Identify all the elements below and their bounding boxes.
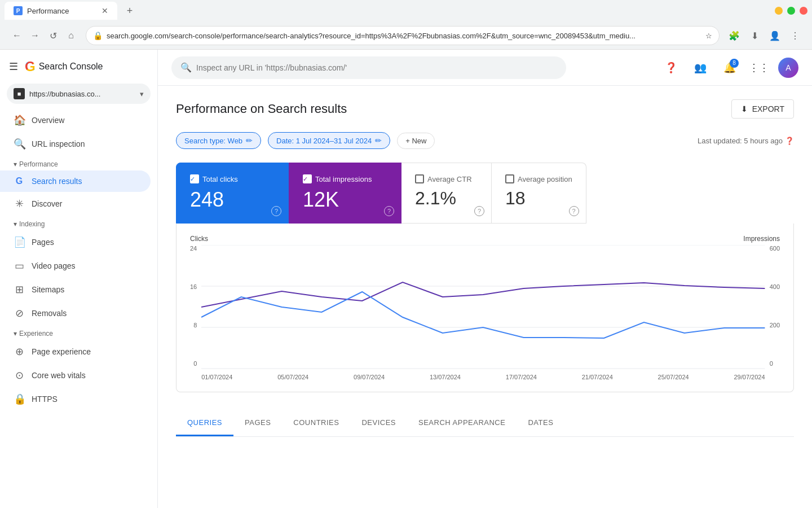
chevron-down-icon: ▾ [140, 90, 144, 98]
downloads-button[interactable]: ⬇ [747, 28, 762, 43]
sidebar-item-url-inspection[interactable]: 🔍 URL inspection [0, 132, 151, 156]
minimize-button[interactable] [775, 7, 783, 15]
clicks-value: 248 [190, 188, 275, 212]
new-tab-button[interactable]: + [122, 3, 138, 19]
new-filter-label: + New [405, 137, 426, 145]
content-area: Performance on Search results ⬇ EXPORT S… [158, 86, 812, 450]
clicks-label: Total clicks [202, 175, 238, 183]
property-label: https://bubnasias.co... [29, 90, 100, 98]
ctr-help-icon[interactable]: ? [474, 206, 484, 216]
sidebar-item-search-results[interactable]: G Search results [0, 170, 151, 192]
sidebar-item-video-pages[interactable]: ▭ Video pages [0, 254, 151, 278]
sidebar-item-core-web-vitals[interactable]: ⊙ Core web vitals [0, 364, 151, 387]
ctr-metric-card[interactable]: Average CTR 2.1% ? [401, 163, 492, 224]
home-button[interactable]: ⌂ [63, 28, 79, 43]
google-g-icon: G [14, 176, 25, 186]
indexing-section-label: Indexing [19, 220, 45, 228]
property-selector[interactable]: ■ https://bubnasias.co... ▾ [7, 84, 151, 104]
indexing-section-header[interactable]: ▾ Indexing [0, 216, 157, 230]
impressions-checkbox[interactable]: ✓ [303, 174, 312, 183]
clicks-metric-card[interactable]: ✓ Total clicks 248 ? [176, 163, 289, 224]
last-updated: Last updated: 5 hours ago ❓ [698, 137, 794, 145]
notification-badge: 8 [730, 59, 739, 68]
tab-countries[interactable]: COUNTRIES [282, 410, 350, 436]
address-actions: ☆ [705, 32, 712, 40]
clicks-label-row: ✓ Total clicks [190, 174, 275, 183]
position-help-icon[interactable]: ? [569, 206, 579, 216]
sidebar-item-overview[interactable]: 🏠 Overview [0, 108, 151, 132]
tab-search-appearance[interactable]: SEARCH APPEARANCE [407, 410, 517, 436]
home-icon: 🏠 [14, 114, 25, 126]
title-bar: P Performance ✕ + [0, 0, 812, 21]
sitemaps-icon: ⊞ [14, 283, 25, 296]
performance-section-header[interactable]: ▾ Performance [0, 156, 157, 170]
sidebar-item-pages[interactable]: 📄 Pages [0, 230, 151, 254]
impressions-help-icon[interactable]: ? [384, 206, 394, 216]
date-range-filter[interactable]: Date: 1 Jul 2024–31 Jul 2024 ✏ [268, 132, 390, 149]
sidebar-item-discover[interactable]: ✳ Discover [0, 192, 151, 216]
toolbar-actions: 🧩 ⬇ 👤 ⋮ [726, 28, 803, 43]
x-label-5: 17/07/2024 [506, 374, 537, 380]
x-label-6: 21/07/2024 [582, 374, 613, 380]
star-icon[interactable]: ☆ [705, 32, 712, 40]
refresh-button[interactable]: ↺ [45, 28, 61, 43]
overview-label: Overview [32, 116, 64, 125]
sitemaps-label: Sitemaps [32, 285, 64, 294]
url-search-input[interactable] [196, 63, 557, 72]
help-button[interactable]: ❓ [661, 58, 681, 78]
y-right-max: 600 [770, 245, 780, 252]
sidebar-item-removals[interactable]: ⊘ Removals [0, 301, 151, 325]
export-icon: ⬇ [741, 104, 748, 113]
forward-button[interactable]: → [27, 28, 43, 43]
users-button[interactable]: 👥 [690, 58, 710, 78]
position-metric-card[interactable]: Average position 18 ? [492, 163, 586, 224]
close-button[interactable] [800, 7, 807, 15]
maximize-button[interactable] [787, 7, 795, 15]
ctr-checkbox[interactable] [415, 174, 424, 183]
extensions-button[interactable]: 🧩 [726, 28, 742, 43]
clicks-help-icon[interactable]: ? [271, 206, 281, 216]
window-controls [775, 7, 807, 15]
browser-tab[interactable]: P Performance ✕ [5, 2, 117, 20]
notifications-button[interactable]: 🔔 8 [720, 58, 740, 78]
x-label-2: 05/07/2024 [277, 374, 308, 380]
tab-pages[interactable]: PAGES [233, 410, 282, 436]
experience-section-header[interactable]: ▾ Experience [0, 325, 157, 340]
sidebar-item-page-experience[interactable]: ⊕ Page experience [0, 340, 151, 364]
hamburger-menu-icon[interactable]: ☰ [9, 60, 18, 73]
profile-button[interactable]: 👤 [767, 28, 783, 43]
clicks-checkbox[interactable]: ✓ [190, 174, 199, 183]
address-bar[interactable]: 🔒 search.google.com/search-console/perfo… [86, 26, 720, 45]
position-checkbox[interactable] [505, 174, 514, 183]
video-pages-label: Video pages [32, 261, 76, 270]
impressions-chart-label: Impressions [743, 235, 780, 243]
discover-label: Discover [32, 199, 62, 208]
search-icon: 🔍 [14, 138, 25, 150]
search-type-filter[interactable]: Search type: Web ✏ [176, 132, 261, 149]
user-avatar[interactable]: A [778, 58, 798, 78]
sidebar: ☰ G Search Console ■ https://bubnasias.c… [0, 50, 158, 508]
menu-button[interactable]: ⋮ [787, 28, 803, 43]
pages-label: Pages [32, 238, 54, 247]
url-search-box[interactable]: 🔍 [171, 56, 566, 79]
back-button[interactable]: ← [9, 28, 25, 43]
gsc-logo: G Search Console [25, 59, 103, 75]
tab-queries[interactable]: QUERIES [176, 410, 233, 436]
y-right-mid-high: 400 [770, 283, 780, 290]
last-updated-help-icon[interactable]: ❓ [785, 137, 794, 145]
ctr-label-row: Average CTR [415, 174, 478, 183]
tab-dates[interactable]: DATES [517, 410, 564, 436]
date-range-label: Date: 1 Jul 2024–31 Jul 2024 [276, 137, 372, 145]
tab-close-button[interactable]: ✕ [102, 6, 108, 15]
impressions-value: 12K [303, 188, 387, 212]
ctr-value: 2.1% [415, 188, 478, 209]
impressions-metric-card[interactable]: ✓ Total impressions 12K ? [289, 163, 401, 224]
sidebar-item-https[interactable]: 🔒 HTTPS [0, 387, 151, 411]
impressions-label-row: ✓ Total impressions [303, 174, 387, 183]
apps-button[interactable]: ⋮⋮ [749, 58, 769, 78]
new-filter-button[interactable]: + New [397, 133, 435, 149]
tab-devices[interactable]: DEVICES [350, 410, 407, 436]
export-button[interactable]: ⬇ EXPORT [731, 99, 794, 119]
sidebar-item-sitemaps[interactable]: ⊞ Sitemaps [0, 278, 151, 301]
clicks-chart-label: Clicks [190, 235, 208, 243]
